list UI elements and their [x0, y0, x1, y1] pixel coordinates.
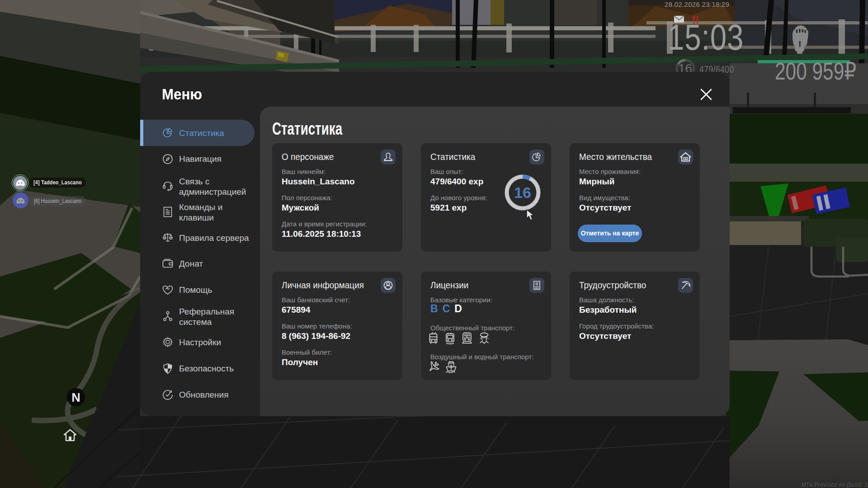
svg-text:N: N — [71, 391, 80, 404]
svg-text:16: 16 — [514, 184, 531, 201]
